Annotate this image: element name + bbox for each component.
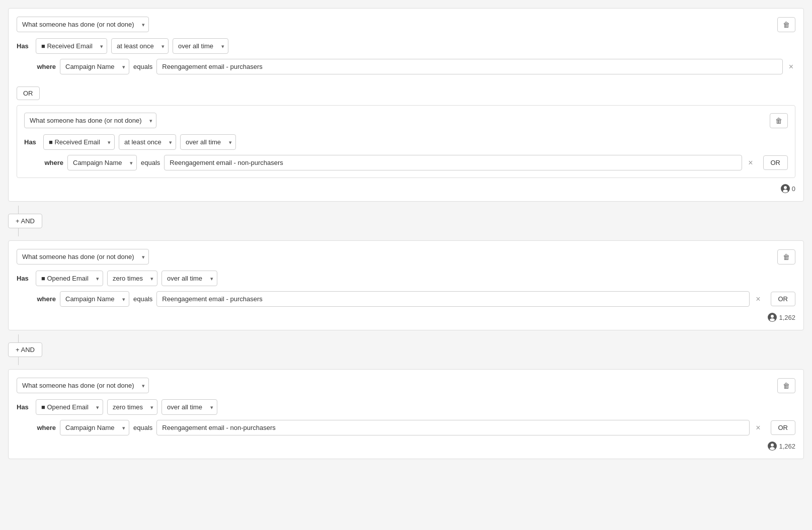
delete-button-2[interactable]: 🗑	[777, 249, 795, 264]
filter-field-select-3a[interactable]: Campaign Name	[60, 420, 129, 435]
clear-button-2a[interactable]: ×	[754, 295, 762, 304]
main-select-1b[interactable]: What someone has done (or not done)	[24, 113, 156, 128]
has-row-3a: Has ■ Opened Email zero times over all t…	[17, 399, 795, 415]
where-label-3a: where	[36, 424, 56, 431]
delete-button-1b[interactable]: 🗑	[770, 113, 788, 128]
delete-button-3[interactable]: 🗑	[777, 378, 795, 393]
has-row-1b: Has ■ Received Email at least once over …	[24, 134, 788, 150]
action-type-select-3a[interactable]: ■ Opened Email	[36, 399, 103, 415]
equals-label-2a: equals	[133, 295, 152, 303]
frequency-select-1b[interactable]: at least once	[119, 134, 176, 150]
count-value-3: 1,262	[779, 443, 795, 450]
where-label-2a: where	[36, 295, 56, 303]
action-type-dropdown-2a[interactable]: ■ Opened Email	[36, 271, 103, 286]
filter-field-dropdown-3a[interactable]: Campaign Name	[60, 420, 129, 435]
has-label-1b: Has	[24, 138, 39, 146]
frequency-select-2a[interactable]: zero times	[107, 271, 157, 286]
vertical-line-1	[18, 206, 19, 214]
timeframe-select-3a[interactable]: over all time	[161, 399, 217, 415]
timeframe-select-2a[interactable]: over all time	[161, 271, 217, 286]
action-type-dropdown-1a[interactable]: ■ Received Email	[36, 38, 107, 54]
frequency-dropdown-1b[interactable]: at least once	[119, 134, 176, 150]
filter-value-input-1b[interactable]	[164, 155, 742, 170]
timeframe-dropdown-1b[interactable]: over all time	[180, 134, 236, 150]
svg-point-8	[770, 447, 775, 450]
count-value-2: 1,262	[779, 314, 795, 321]
delete-button-1[interactable]: 🗑	[777, 17, 795, 32]
timeframe-dropdown-3a[interactable]: over all time	[161, 399, 217, 415]
main-select-wrapper-1b[interactable]: What someone has done (or not done)	[24, 113, 156, 128]
where-row-1a: where Campaign Name equals ×	[36, 59, 795, 74]
main-select-wrapper-1[interactable]: What someone has done (or not done)	[17, 17, 149, 32]
count-row-1: 0	[17, 184, 795, 193]
vertical-line-2b	[18, 357, 19, 365]
clear-button-1b[interactable]: ×	[746, 158, 755, 167]
and-button-1[interactable]: + AND	[8, 214, 42, 228]
equals-label-1b: equals	[141, 159, 160, 166]
frequency-select-3a[interactable]: zero times	[107, 399, 157, 415]
has-label-2a: Has	[17, 275, 32, 282]
action-type-dropdown-3a[interactable]: ■ Opened Email	[36, 399, 103, 415]
top-row-3: What someone has done (or not done) 🗑	[17, 378, 795, 393]
top-row-1: What someone has done (or not done) 🗑	[17, 17, 795, 32]
clear-button-3a[interactable]: ×	[754, 423, 762, 432]
main-select-2[interactable]: What someone has done (or not done)	[17, 249, 149, 264]
where-label-1a: where	[36, 63, 56, 70]
main-select-wrapper-2[interactable]: What someone has done (or not done)	[17, 249, 149, 264]
action-type-dropdown-1b[interactable]: ■ Received Email	[43, 134, 115, 150]
filter-field-select-2a[interactable]: Campaign Name	[60, 291, 129, 307]
action-type-select-1b[interactable]: ■ Received Email	[43, 134, 115, 150]
action-type-select-1a[interactable]: ■ Received Email	[36, 38, 107, 54]
frequency-select-1a[interactable]: at least once	[111, 38, 169, 54]
frequency-dropdown-3a[interactable]: zero times	[107, 399, 157, 415]
filter-value-input-1a[interactable]	[156, 59, 782, 74]
top-row-2: What someone has done (or not done) 🗑	[17, 249, 795, 264]
filter-field-select-1a[interactable]: Campaign Name	[60, 59, 129, 74]
timeframe-dropdown-1a[interactable]: over all time	[173, 38, 228, 54]
filter-field-select-1b[interactable]: Campaign Name	[67, 155, 137, 170]
timeframe-dropdown-2a[interactable]: over all time	[161, 271, 217, 286]
or-separator: OR	[17, 80, 795, 100]
has-row-1a: Has ■ Received Email at least once over …	[17, 38, 795, 54]
has-label-1a: Has	[17, 42, 32, 50]
svg-point-7	[771, 444, 774, 447]
action-type-select-2a[interactable]: ■ Opened Email	[36, 271, 103, 286]
condition-group-3: What someone has done (or not done) 🗑 Ha…	[8, 369, 804, 459]
vertical-line-2	[18, 334, 19, 342]
person-icon-1	[781, 184, 790, 193]
where-row-2a: where Campaign Name equals × OR	[36, 291, 795, 307]
or-button-1b[interactable]: OR	[763, 155, 788, 170]
person-icon-2	[768, 313, 777, 322]
svg-point-5	[770, 318, 775, 321]
or-button-2a[interactable]: OR	[771, 292, 796, 306]
main-select-1[interactable]: What someone has done (or not done)	[17, 17, 149, 32]
or-button-3a[interactable]: OR	[771, 420, 796, 435]
frequency-dropdown-2a[interactable]: zero times	[107, 271, 157, 286]
and-button-2[interactable]: + AND	[8, 342, 42, 357]
vertical-line-1b	[18, 228, 19, 236]
main-select-3[interactable]: What someone has done (or not done)	[17, 378, 149, 393]
filter-field-dropdown-1b[interactable]: Campaign Name	[67, 155, 137, 170]
condition-group-1: What someone has done (or not done) 🗑 Ha…	[8, 8, 804, 202]
clear-button-1a[interactable]: ×	[787, 62, 795, 71]
count-value-1: 0	[792, 185, 795, 193]
where-label-1b: where	[43, 159, 63, 166]
filter-value-input-3a[interactable]	[156, 420, 750, 435]
count-row-2: 1,262	[17, 313, 795, 322]
main-select-wrapper-3[interactable]: What someone has done (or not done)	[17, 378, 149, 393]
has-row-2a: Has ■ Opened Email zero times over all t…	[17, 271, 795, 286]
person-icon-3	[768, 441, 777, 451]
and-separator-1: + AND	[8, 206, 804, 236]
frequency-dropdown-1a[interactable]: at least once	[111, 38, 169, 54]
filter-value-input-2a[interactable]	[156, 291, 750, 307]
filter-field-dropdown-2a[interactable]: Campaign Name	[60, 291, 129, 307]
svg-point-2	[783, 190, 788, 193]
condition-group-2: What someone has done (or not done) 🗑 Ha…	[8, 240, 804, 330]
or-condition-group-1b: What someone has done (or not done) 🗑 Ha…	[17, 105, 795, 178]
filter-field-dropdown-1a[interactable]: Campaign Name	[60, 59, 129, 74]
timeframe-select-1a[interactable]: over all time	[173, 38, 228, 54]
svg-point-4	[771, 315, 774, 318]
or-standalone-button-1[interactable]: OR	[17, 86, 40, 100]
top-row-1b: What someone has done (or not done) 🗑	[24, 113, 788, 128]
timeframe-select-1b[interactable]: over all time	[180, 134, 236, 150]
